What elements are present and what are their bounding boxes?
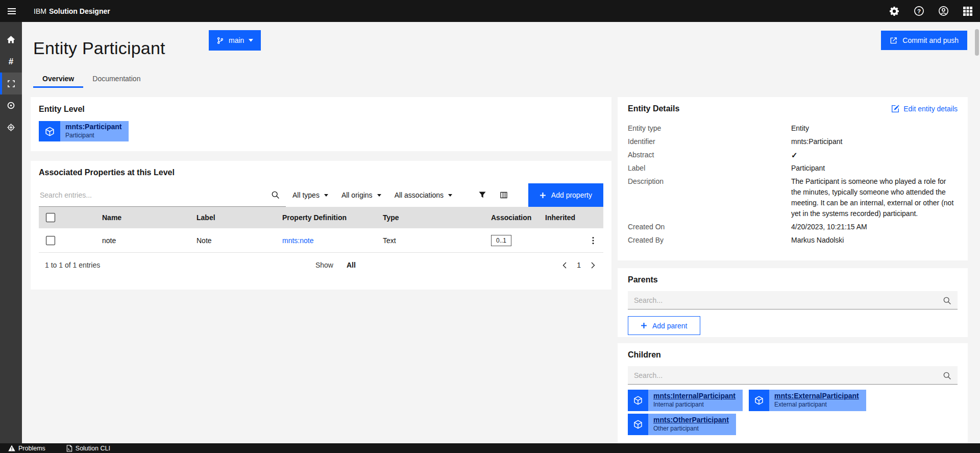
properties-table-header: Name Label Property Definition Type Asso… xyxy=(39,207,603,228)
add-property-label: Add property xyxy=(551,191,592,199)
crosshair-icon xyxy=(7,123,15,132)
filter-all-types-label: All types xyxy=(292,191,320,199)
entity-tile-body: mnts:Participant Participant xyxy=(60,121,129,141)
children-search xyxy=(628,366,958,385)
child-tile-internal-participant[interactable]: mnts:InternalParticipant Internal partic… xyxy=(628,390,743,411)
associated-properties-card: Associated Properties at this Level All … xyxy=(31,161,611,290)
circle-dot-icon xyxy=(7,101,15,110)
edit-pencil-icon xyxy=(891,105,899,113)
add-property-button[interactable]: Add property xyxy=(528,183,603,207)
commit-and-push-button[interactable]: Commit and push xyxy=(881,31,967,50)
detail-label: Description xyxy=(628,176,791,219)
detail-value: mnts:Participant xyxy=(791,136,958,147)
cube-icon xyxy=(628,414,648,435)
table-row: note Note mnts:note Text 0..1 xyxy=(39,228,603,253)
properties-search-input[interactable] xyxy=(39,183,286,206)
child-tile-body: mnts:InternalParticipant Internal partic… xyxy=(648,390,743,411)
filter-all-associations-dropdown[interactable]: All associations xyxy=(388,185,459,205)
child-tile-link[interactable]: mnts:ExternalParticipant xyxy=(774,392,859,400)
account-button[interactable] xyxy=(931,0,955,22)
child-tile-other-participant[interactable]: mnts:OtherParticipant Other participant xyxy=(628,414,736,435)
detail-label: Created On xyxy=(628,222,791,232)
sidebar-item-expand-active[interactable] xyxy=(0,73,22,94)
filter-button[interactable] xyxy=(472,185,493,205)
detail-row-label: Label Participant xyxy=(628,163,958,174)
parents-heading: Parents xyxy=(628,275,958,284)
svg-text:?: ? xyxy=(917,8,920,14)
page-title: Entity Participant xyxy=(33,38,165,58)
gear-icon xyxy=(889,6,899,16)
maximize-icon xyxy=(7,80,15,88)
page-title-entity: Entity xyxy=(33,38,77,58)
status-bar: Problems Solution CLI xyxy=(0,443,980,453)
children-search-input[interactable] xyxy=(628,366,958,384)
home-icon xyxy=(7,35,15,44)
detail-value: Participant xyxy=(791,163,958,174)
branch-label: main xyxy=(229,36,244,44)
branch-selector-button[interactable]: main xyxy=(209,30,261,51)
git-branch-icon xyxy=(216,37,224,44)
child-tile-link[interactable]: mnts:InternalParticipant xyxy=(653,392,736,400)
properties-toolbar: All types All origins All associations A… xyxy=(39,183,603,207)
column-header-property-definition: Property Definition xyxy=(282,213,383,222)
add-parent-label: Add parent xyxy=(652,322,688,330)
sidebar-item-home[interactable] xyxy=(0,29,22,51)
add-parent-button[interactable]: Add parent xyxy=(628,316,700,335)
abstract-checkmark: ✓ xyxy=(791,150,958,160)
tab-documentation[interactable]: Documentation xyxy=(83,70,150,88)
chevron-down-icon xyxy=(324,194,328,197)
plus-icon xyxy=(540,192,546,199)
children-card: Children mnts:InternalParticipant Intern… xyxy=(618,343,968,443)
previous-page-button[interactable] xyxy=(560,260,569,271)
sidebar-item-target[interactable] xyxy=(0,94,22,116)
solution-cli-button[interactable]: Solution CLI xyxy=(66,445,110,452)
search-icon xyxy=(943,296,951,305)
problems-button[interactable]: Problems xyxy=(8,445,45,452)
child-tile-link[interactable]: mnts:OtherParticipant xyxy=(653,416,729,424)
edit-entity-details-button[interactable]: Edit entity details xyxy=(891,105,958,113)
parents-search xyxy=(628,291,958,309)
app-header: IBMSolution Designer ? xyxy=(0,0,980,22)
children-tiles: mnts:InternalParticipant Internal partic… xyxy=(628,390,958,435)
row-checkbox[interactable] xyxy=(46,236,55,245)
settings-button[interactable] xyxy=(882,0,906,22)
detail-value: Markus Nadolski xyxy=(791,235,958,246)
filter-all-origins-label: All origins xyxy=(341,191,373,199)
filter-all-origins-dropdown[interactable]: All origins xyxy=(335,185,388,205)
search-icon xyxy=(271,190,280,199)
funnel-icon xyxy=(478,191,486,199)
entity-details-card: Entity Details Edit entity details Entit… xyxy=(618,97,968,260)
row-overflow-menu-button[interactable] xyxy=(590,234,596,247)
child-tile-label: Other participant xyxy=(653,425,729,432)
hamburger-menu-button[interactable] xyxy=(0,0,23,22)
detail-label: Identifier xyxy=(628,136,791,147)
user-avatar-icon xyxy=(938,6,949,16)
entity-tile-participant[interactable]: mnts:Participant Participant xyxy=(39,121,129,141)
next-page-button[interactable] xyxy=(589,260,597,271)
sidebar-item-locate[interactable] xyxy=(0,116,22,138)
filter-all-types-dropdown[interactable]: All types xyxy=(286,185,335,205)
app-switcher-button[interactable] xyxy=(955,0,980,22)
help-button[interactable]: ? xyxy=(906,0,931,22)
detail-value: The Participant is someone who played a … xyxy=(791,176,958,219)
column-settings-button[interactable] xyxy=(494,185,514,205)
tab-overview[interactable]: Overview xyxy=(33,70,83,88)
association-cardinality-box[interactable]: 0..1 xyxy=(491,235,511,246)
child-tile-external-participant[interactable]: mnts:ExternalParticipant External partic… xyxy=(749,390,866,411)
property-definition-link[interactable]: mnts:note xyxy=(282,236,313,245)
parents-search-input[interactable] xyxy=(628,291,958,309)
left-nav-rail: # xyxy=(0,22,22,443)
parents-card: Parents Add parent xyxy=(618,268,968,337)
show-all-selector[interactable]: All xyxy=(347,261,356,269)
child-tile-label: External participant xyxy=(774,401,859,408)
detail-row-entity-type: Entity type Entity xyxy=(628,123,958,134)
current-page-number[interactable]: 1 xyxy=(577,261,581,269)
edit-entity-details-label: Edit entity details xyxy=(903,105,958,113)
vertical-scrollbar[interactable] xyxy=(975,29,979,56)
select-all-checkbox[interactable] xyxy=(46,213,55,222)
entity-level-card: Entity Level mnts:Participant Participan… xyxy=(31,97,611,151)
sidebar-item-hash[interactable]: # xyxy=(0,51,22,73)
child-tile-label: Internal participant xyxy=(653,401,736,408)
detail-row-created-on: Created On 4/20/2023, 10:21:15 AM xyxy=(628,222,958,232)
row-name: note xyxy=(102,236,197,245)
